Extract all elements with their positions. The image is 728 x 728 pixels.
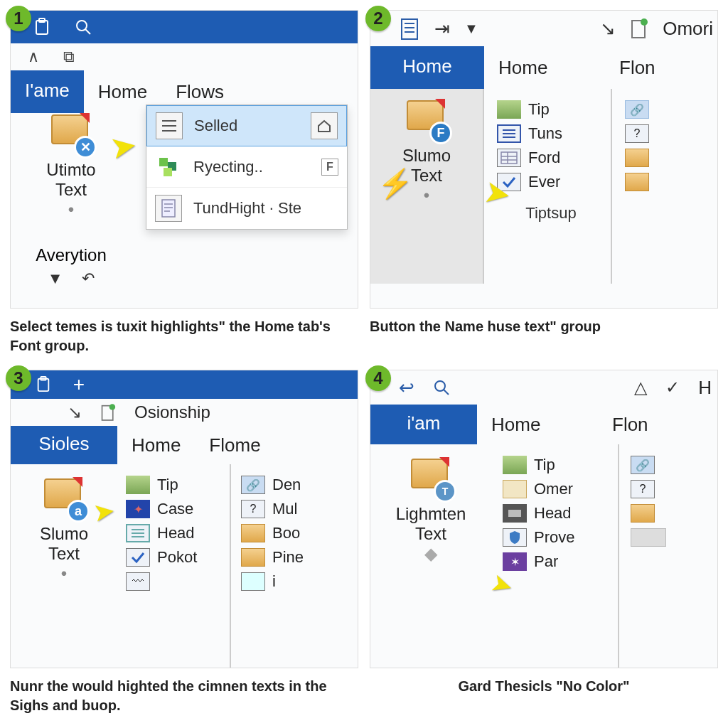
tabs: i'am Home Flon [370,405,717,444]
item-head[interactable]: Head [497,501,618,525]
item-case[interactable]: ✦Case [120,497,230,521]
item-tip[interactable]: Tip [491,97,611,122]
quick-toolbar: ⇥ ▼ ↘ Omori [370,11,717,46]
caption: Button the Name huse text" group [370,317,718,336]
tab-home[interactable]: Home [117,426,195,464]
menu-item-tundhight[interactable]: TundHight · Ste [146,188,347,229]
item-den[interactable]: 🔗Den [235,473,309,497]
screenshot-2: ⇥ ▼ ↘ Omori Home Home Flon F [370,10,718,309]
item-link[interactable]: 🔗 [619,97,655,122]
folder-icon: F [407,100,446,140]
question-icon: ? [241,500,265,518]
tab-home[interactable]: Home [484,46,605,89]
quick-toolbar: ∧ ⧉ [11,43,358,70]
item-par[interactable]: ✶Par [497,550,618,574]
lines-icon [126,524,150,542]
doc-icon [155,195,182,222]
item-blank[interactable] [625,525,672,550]
diamond-icon: ◆ [370,544,491,564]
chevron-down-icon[interactable]: ▼ [464,21,478,37]
tab-flon[interactable]: Flon [605,46,670,89]
blank-swatch-icon [631,528,666,547]
menu-item-ryecting[interactable]: Ryecting.. F [146,146,347,188]
item-omer[interactable]: Omer [497,477,618,501]
folder-icon: a [44,478,84,518]
caption: Gard Thesicls "No Color" [370,677,718,696]
triangle-icon[interactable]: △ [634,378,647,397]
question-icon: ? [625,124,649,143]
step-badge: 4 [365,365,391,391]
share-icon[interactable]: ↩ [399,377,414,399]
item-head[interactable]: Head [120,521,230,545]
group-label-1: Lighmten [370,504,491,524]
titlebar [11,11,358,43]
menu-item-selled[interactable]: Selled [146,105,347,146]
tab-flon[interactable]: Flon [598,405,663,444]
tab-active[interactable]: I'ame [11,70,84,113]
tab-sioles[interactable]: Sioles [11,426,117,464]
search-icon[interactable] [433,379,450,396]
search-icon[interactable] [73,17,93,37]
group-label-1: Slumo [370,146,483,166]
tab-home-active[interactable]: Home [370,46,484,89]
check-icon [126,548,150,567]
star-icon: ✶ [503,552,527,571]
doc-save-icon[interactable] [399,16,420,41]
item-pokot[interactable]: Pokot [120,545,230,569]
item-prove[interactable]: Prove [497,525,618,550]
group-button-lighmten[interactable]: T Lighmten Text ◆ [370,444,491,668]
insert-icon[interactable]: ⧉ [63,48,75,66]
svg-rect-10 [162,200,175,217]
redo-arrow-icon[interactable]: ↘ [68,402,82,422]
item-question[interactable]: ? [625,477,672,501]
undo-arrow-icon[interactable]: ↶ [82,269,95,287]
item-i[interactable]: i [235,569,309,594]
svg-line-3 [85,29,90,34]
step-2: 2 ⇥ ▼ ↘ Omori Home Home Flon [370,10,718,358]
svg-line-35 [444,390,449,395]
tab-flome[interactable]: Flome [195,426,274,464]
item-tip[interactable]: Tip [497,453,618,477]
group-button-slumo[interactable]: a Slumo Text • [11,464,117,668]
link-icon: 🔗 [631,456,655,474]
item-mul[interactable]: ?Mul [235,497,309,521]
dot-icon: • [11,200,132,220]
item-tuns[interactable]: Tuns [491,122,611,146]
page-badge-icon [630,18,648,39]
item-tip[interactable]: Tip [120,473,230,497]
lines-icon [497,124,521,143]
tabs: Home Home Flon [370,46,717,89]
caption: Select temes is tuxit highlights" the Ho… [10,317,358,355]
swirl-icon: 〰 [126,572,150,591]
chevron-down-icon[interactable]: ▼ [48,269,63,287]
redo-arrow-icon[interactable]: ↘ [600,18,616,40]
caption: Nunr the would highted the cimnen texts … [10,677,358,715]
svg-rect-14 [402,19,417,39]
step-1: 1 ∧ ⧉ I'ame Home Flows [10,10,358,358]
group-averytion: Averytion [11,245,132,265]
folder-icon [241,524,265,542]
tab-home[interactable]: Home [477,405,598,444]
landscape-icon [497,100,521,119]
dot-icon: • [11,564,117,584]
item-extra[interactable]: 〰 [120,569,230,594]
align-icon[interactable]: ⇥ [434,18,450,40]
tab-iam[interactable]: i'am [370,405,477,444]
item-ford[interactable]: Ford [491,146,611,170]
step-badge: 1 [6,6,31,31]
menu-label: TundHight · Ste [193,199,301,218]
item-link[interactable]: 🔗 [625,453,672,477]
item-boo[interactable]: Boo [235,521,309,545]
check-mark-icon[interactable]: ✓ [665,378,680,397]
group-label-2: Text [11,544,117,564]
step-badge: 3 [6,365,31,391]
plus-icon[interactable]: + [69,375,89,395]
item-folder1[interactable] [619,146,655,170]
item-pine[interactable]: Pine [235,545,309,569]
item-folder[interactable] [625,501,672,525]
item-question[interactable]: ? [619,122,655,146]
squares-icon [155,154,182,181]
item-folder2[interactable] [619,170,655,194]
group-list-a: Tip Omer Head Prove ✶Par [491,444,619,668]
folder-icon [241,548,265,567]
